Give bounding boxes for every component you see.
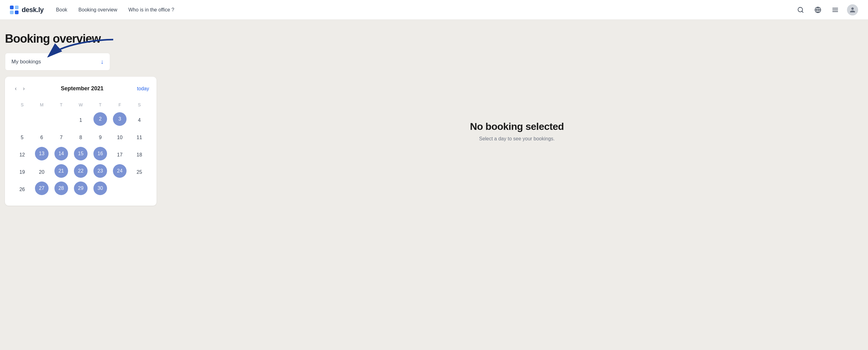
cal-cell-empty-3 <box>53 112 70 128</box>
nav-link-who-in-office[interactable]: Who is in the office ? <box>128 7 174 13</box>
day-header-s1: S <box>12 100 32 112</box>
cal-cell-empty-2 <box>33 112 51 128</box>
cal-cell-27[interactable]: 27 <box>35 182 49 195</box>
no-booking-subtitle: Select a day to see your bookings. <box>479 136 555 141</box>
nav-link-book[interactable]: Book <box>56 7 67 13</box>
calendar-header: ‹ › September 2021 today <box>12 84 149 93</box>
navbar: desk.ly Book Booking overview Who is in … <box>0 0 868 20</box>
bookings-dropdown[interactable]: My bookings ↓ <box>5 53 110 70</box>
globe-button[interactable] <box>812 4 824 15</box>
cal-cell-9[interactable]: 9 <box>92 130 109 146</box>
svg-line-1 <box>802 11 803 12</box>
cal-cell-23[interactable]: 23 <box>93 164 107 178</box>
nav-actions <box>795 4 858 15</box>
cal-cell-24[interactable]: 24 <box>113 164 126 178</box>
cal-cell-empty-5 <box>130 182 148 198</box>
left-panel: Booking overview My bookings ↓ ‹ <box>5 32 166 205</box>
globe-icon <box>814 6 821 13</box>
cal-cell-16[interactable]: 16 <box>93 147 107 160</box>
cal-cell-19[interactable]: 19 <box>13 164 31 180</box>
cal-cell-26[interactable]: 26 <box>13 182 31 198</box>
logo[interactable]: desk.ly <box>10 6 43 14</box>
calendar-nav-group: ‹ › <box>12 84 27 93</box>
avatar[interactable] <box>847 4 858 15</box>
day-header-s2: S <box>130 100 149 112</box>
cal-cell-28[interactable]: 28 <box>55 182 68 195</box>
calendar-prev-button[interactable]: ‹ <box>12 84 19 93</box>
cal-cell-7[interactable]: 7 <box>53 130 70 146</box>
user-icon <box>849 7 856 13</box>
cal-cell-13[interactable]: 13 <box>35 147 49 160</box>
cal-cell-17[interactable]: 17 <box>111 147 128 163</box>
cal-cell-15[interactable]: 15 <box>74 147 88 160</box>
cal-cell-22[interactable]: 22 <box>74 164 88 178</box>
day-header-m: M <box>32 100 51 112</box>
cal-cell-20[interactable]: 20 <box>33 164 51 180</box>
calendar-next-button[interactable]: › <box>21 84 27 93</box>
hamburger-icon <box>832 6 839 13</box>
logo-icon <box>10 6 19 14</box>
cal-cell-1[interactable]: 1 <box>72 112 89 128</box>
today-link[interactable]: today <box>137 86 149 92</box>
logo-dot-2 <box>15 6 19 9</box>
right-panel: No booking selected Select a day to see … <box>178 32 856 205</box>
cal-cell-10[interactable]: 10 <box>111 130 128 146</box>
day-header-f: F <box>110 100 130 112</box>
nav-links: Book Booking overview Who is in the offi… <box>56 7 795 13</box>
logo-dot-1 <box>10 6 13 9</box>
main-content: Booking overview My bookings ↓ ‹ <box>0 20 868 218</box>
calendar-grid: S M T W T F S 1 2 3 4 5 6 7 8 9 <box>12 100 149 198</box>
cal-cell-4[interactable]: 4 <box>130 112 148 128</box>
cal-cell-18[interactable]: 18 <box>130 147 148 163</box>
logo-dot-4 <box>15 10 19 14</box>
cal-cell-12[interactable]: 12 <box>13 147 31 163</box>
logo-text: desk.ly <box>22 6 43 14</box>
cal-cell-6[interactable]: 6 <box>33 130 51 146</box>
dropdown-arrow-icon: ↓ <box>100 58 104 65</box>
cal-cell-14[interactable]: 14 <box>55 147 68 160</box>
cal-cell-21[interactable]: 21 <box>55 164 68 178</box>
day-header-t2: T <box>91 100 110 112</box>
cal-cell-empty-4 <box>111 182 128 198</box>
search-button[interactable] <box>795 4 806 15</box>
logo-dot-3 <box>10 10 13 14</box>
dropdown-label: My bookings <box>11 59 41 65</box>
cal-cell-5[interactable]: 5 <box>13 130 31 146</box>
day-header-w: W <box>71 100 90 112</box>
no-booking-title: No booking selected <box>470 121 564 132</box>
search-icon <box>797 6 804 13</box>
menu-button[interactable] <box>830 4 841 15</box>
cal-cell-11[interactable]: 11 <box>130 130 148 146</box>
calendar: ‹ › September 2021 today S M T W T F S 1 <box>5 77 157 205</box>
page-title: Booking overview <box>5 32 166 45</box>
cal-cell-empty-1 <box>13 112 31 128</box>
cal-cell-30[interactable]: 30 <box>93 182 107 195</box>
calendar-month-title: September 2021 <box>61 85 103 92</box>
cal-cell-2[interactable]: 2 <box>93 112 107 126</box>
cal-cell-8[interactable]: 8 <box>72 130 89 146</box>
cal-cell-29[interactable]: 29 <box>74 182 88 195</box>
day-header-t1: T <box>51 100 71 112</box>
nav-link-booking-overview[interactable]: Booking overview <box>79 7 117 13</box>
cal-cell-25[interactable]: 25 <box>130 164 148 180</box>
cal-cell-3[interactable]: 3 <box>113 112 126 126</box>
